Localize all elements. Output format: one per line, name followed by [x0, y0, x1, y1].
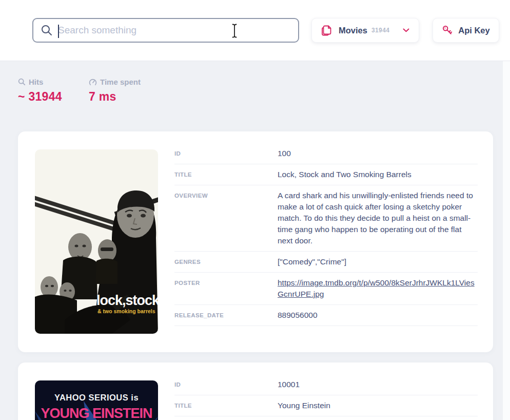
- time-spent-icon: [89, 78, 97, 86]
- text-cursor-pointer: [231, 24, 238, 38]
- hits-stat: Hits ~ 31944: [18, 78, 62, 104]
- search-input[interactable]: [58, 25, 291, 36]
- field-row-poster: POSTER https://image.tmdb.org/t/p/w500/8…: [174, 273, 478, 305]
- time-spent-stat: Time spent 7 ms: [89, 78, 141, 104]
- field-row-overview: OVERVIEW A card shark and his unwillingl…: [174, 185, 478, 252]
- index-doc-count: 31944: [371, 27, 389, 34]
- movie-poster-image: YAHOO SERIOUS is YOUNG EINSTEIN: [35, 380, 158, 420]
- field-row-release-date: RELEASE_DATE 889056000: [174, 305, 478, 326]
- poster-title-text: lock,stock: [96, 293, 158, 308]
- key-icon: [442, 25, 453, 36]
- search-box[interactable]: [32, 18, 299, 43]
- poster-title-text: YOUNG EINSTEIN: [41, 406, 152, 420]
- field-row-id: ID 10001: [174, 374, 478, 395]
- chevron-down-icon: [403, 28, 409, 32]
- poster-subtitle-text: & two smoking barrels: [97, 308, 155, 314]
- search-icon: [41, 24, 53, 36]
- result-card: lock,stock & two smoking barrels ID 100 …: [18, 131, 493, 352]
- field-row-genres: GENRES ["Comedy","Crime"]: [174, 252, 478, 273]
- result-card: YAHOO SERIOUS is YOUNG EINSTEIN ID 10001…: [18, 362, 493, 420]
- poster-lock-stock: lock,stock & two smoking barrels: [35, 149, 158, 334]
- search-dashboard: Movies 31944 Api Key Hits ~ 31944: [0, 0, 510, 420]
- index-selector[interactable]: Movies 31944: [311, 18, 419, 43]
- api-key-button[interactable]: Api Key: [433, 18, 499, 43]
- text-caret: [58, 25, 59, 38]
- movie-poster-image: lock,stock & two smoking barrels: [35, 149, 158, 334]
- vertical-scrollbar[interactable]: [502, 61, 510, 420]
- hits-label: Hits: [29, 78, 43, 86]
- documents-icon: [321, 25, 332, 36]
- hits-icon: [18, 78, 26, 86]
- api-key-label: Api Key: [458, 26, 489, 35]
- time-spent-value: 7 ms: [89, 90, 141, 104]
- field-row-id: ID 100: [174, 143, 478, 164]
- document-fields: ID 10001 TITLE Young Einstein OVERVIEW A…: [174, 374, 478, 420]
- poster-tagline-text: YAHOO SERIOUS is: [54, 393, 139, 402]
- index-name: Movies: [339, 26, 367, 35]
- field-row-overview: OVERVIEW Albert Einstein is the son of a…: [174, 416, 478, 420]
- field-row-title: TITLE Young Einstein: [174, 395, 478, 416]
- time-spent-label: Time spent: [100, 78, 141, 86]
- field-row-title: TITLE Lock, Stock and Two Smoking Barrel…: [174, 164, 478, 185]
- document-fields: ID 100 TITLE Lock, Stock and Two Smoking…: [174, 143, 478, 326]
- poster-young-einstein: YAHOO SERIOUS is YOUNG EINSTEIN: [35, 380, 158, 420]
- header-bar: Movies 31944 Api Key: [0, 0, 510, 61]
- hits-value: ~ 31944: [18, 90, 62, 104]
- poster-url-link[interactable]: https://image.tmdb.org/t/p/w500/8kSerJrh…: [278, 278, 475, 298]
